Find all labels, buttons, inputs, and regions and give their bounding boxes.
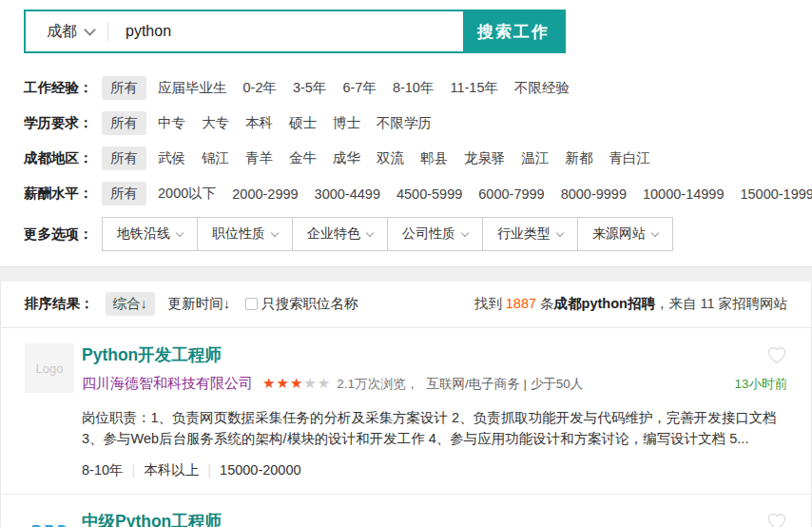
search-button[interactable]: 搜索工作 [463,11,564,51]
result-prefix: 找到 [474,296,502,311]
rating-stars: ★★★★★ [262,375,331,392]
result-count: 1887 [506,296,536,311]
job-content: 中级Python工程师 成都数联铭品科技有限公司 ★★★★★ 1.8万次浏览， … [82,510,787,527]
filter-option[interactable]: 金牛 [289,149,317,167]
filter-option[interactable]: 博士 [333,114,360,132]
dropdown-company-nature[interactable]: 公司性质 [387,217,483,251]
filter-row-salary: 薪酬水平： 所有 2000以下 2000-2999 3000-4499 4500… [24,182,812,205]
city-label: 成都 [47,22,77,42]
filter-option[interactable]: 2000-2999 [232,186,298,202]
filter-option[interactable]: 2000以下 [158,185,216,203]
filter-option[interactable]: 锦江 [202,149,229,167]
search-box: 成都 搜索工作 [24,10,566,53]
filter-option[interactable]: 3000-4499 [315,186,380,202]
filter-option[interactable]: 武侯 [158,149,185,167]
dropdown-label: 地铁沿线 [117,225,170,243]
result-unit: 条 [540,296,554,311]
filter-option[interactable]: 6-7年 [342,79,376,97]
job-content: Python开发工程师 四川海德智和科技有限公司 ★★★★★ 2.1万次浏览， … [82,343,787,479]
filter-option[interactable]: 4500-5999 [396,186,462,202]
filter-option[interactable]: 10000-14999 [643,186,724,202]
chevron-down-icon [461,228,469,236]
favorite-heart-icon[interactable] [766,345,787,364]
sort-update-time-button[interactable]: 更新时间↓ [168,295,230,313]
filter-option[interactable]: 硕士 [289,114,317,132]
filter-option[interactable]: 8000-9999 [561,186,627,202]
results-section: 排序结果： 综合↓ 更新时间↓ 只搜索职位名称 找到1887条成都python招… [0,282,812,527]
result-tail: ，来自 11 家招聘网站 [655,296,787,311]
city-selector[interactable]: 成都 [26,11,107,51]
dropdown-label: 公司性质 [402,225,455,243]
posted-time: 13小时前 [734,376,787,393]
result-keyword: 成都python招聘 [554,296,655,311]
job-card: BBD 中级Python工程师 成都数联铭品科技有限公司 ★★★★★ 1.8万次… [1,495,811,527]
sort-bar: 排序结果： 综合↓ 更新时间↓ 只搜索职位名称 找到1887条成都python招… [1,282,811,328]
industry-size: 互联网/电子商务 | 少于50人 [427,376,584,393]
chevron-down-icon [84,24,96,36]
logo-column: BBD [25,510,82,527]
filter-option[interactable]: 中专 [158,114,185,132]
dropdown-group: 地铁沿线 职位性质 企业特色 公司性质 行业类型 来源网站 [102,217,673,251]
filter-option[interactable]: 大专 [202,114,229,132]
filter-option[interactable]: 应届毕业生 [158,79,227,97]
favorite-heart-icon[interactable] [766,512,787,527]
chevron-down-icon [651,228,659,236]
filter-option[interactable]: 龙泉驿 [464,149,506,167]
filter-option-selected[interactable]: 所有 [102,76,146,100]
sort-label: 排序结果： [25,295,94,313]
filter-option[interactable]: 青羊 [245,149,273,167]
filter-option[interactable]: 温江 [522,149,550,167]
filter-label: 薪酬水平： [24,185,102,203]
dropdown-industry[interactable]: 行业类型 [482,217,578,251]
filter-option-selected[interactable]: 所有 [102,182,146,205]
filter-option[interactable]: 青白江 [609,149,651,167]
logo-column: Logo [25,343,82,479]
logo-text: Logo [36,361,64,376]
filter-option[interactable]: 不限学历 [377,114,432,132]
job-card: Logo Python开发工程师 四川海德智和科技有限公司 ★★★★★ 2.1万… [1,328,811,495]
filter-option[interactable]: 3-5年 [293,79,326,97]
job-title-link[interactable]: 中级Python工程师 [82,510,222,527]
company-logo: Logo [25,343,74,393]
dropdown-source-site[interactable]: 来源网站 [577,217,673,251]
dropdown-label: 企业特色 [307,225,360,243]
job-description: 岗位职责：1、负责网页数据采集任务的分析及采集方案设计 2、负责抓取功能开发与代… [82,407,787,450]
dropdown-company-feature[interactable]: 企业特色 [292,217,388,251]
title-only-checkbox[interactable] [245,298,258,310]
sort-comprehensive-button[interactable]: 综合↓ [106,292,155,316]
job-title-link[interactable]: Python开发工程师 [82,343,222,366]
salary-range: 15000-20000 [199,462,300,478]
filter-option[interactable]: 0-2年 [243,79,277,97]
search-input[interactable] [108,11,463,51]
filter-option[interactable]: 11-15年 [450,79,498,97]
filter-row-district: 成都地区： 所有 武侯 锦江 青羊 金牛 成华 双流 郫县 龙泉驿 温江 新都 … [24,146,812,170]
filter-option[interactable]: 本科 [245,114,273,132]
filter-option[interactable]: 8-10年 [393,79,435,97]
dropdown-label: 职位性质 [212,225,265,243]
filter-row-more-options: 更多选项： 地铁沿线 职位性质 企业特色 公司性质 行业类型 [24,217,812,251]
filter-option[interactable]: 成华 [333,149,360,167]
chevron-down-icon [176,228,184,236]
dropdown-job-type[interactable]: 职位性质 [197,217,293,251]
dropdown-metro[interactable]: 地铁沿线 [102,217,198,251]
filter-option[interactable]: 不限经验 [514,79,570,97]
filter-option[interactable]: 双流 [377,149,404,167]
filter-option-selected[interactable]: 所有 [102,146,146,170]
filter-label: 学历要求： [24,114,102,132]
experience-req: 8-10年 [82,462,124,478]
filter-label: 工作经验： [24,79,102,97]
filter-option[interactable]: 新都 [566,149,593,167]
company-logo: BBD [25,510,74,527]
logo-text: BBD [30,523,69,527]
section-divider [0,266,812,282]
chevron-down-icon [556,228,564,236]
company-link[interactable]: 四川海德智和科技有限公司 [82,375,253,393]
filter-row-education: 学历要求： 所有 中专 大专 本科 硕士 博士 不限学历 [24,111,812,135]
education-req: 本科以上 [124,462,200,478]
filter-option[interactable]: 郫县 [420,149,448,167]
dropdown-label: 来源网站 [592,225,646,243]
filter-option[interactable]: 6000-7999 [478,186,544,202]
filter-option[interactable]: 15000-19999 [740,186,812,202]
filter-panel: 工作经验： 所有 应届毕业生 0-2年 3-5年 6-7年 8-10年 11-1… [0,76,812,251]
filter-option-selected[interactable]: 所有 [102,111,146,135]
